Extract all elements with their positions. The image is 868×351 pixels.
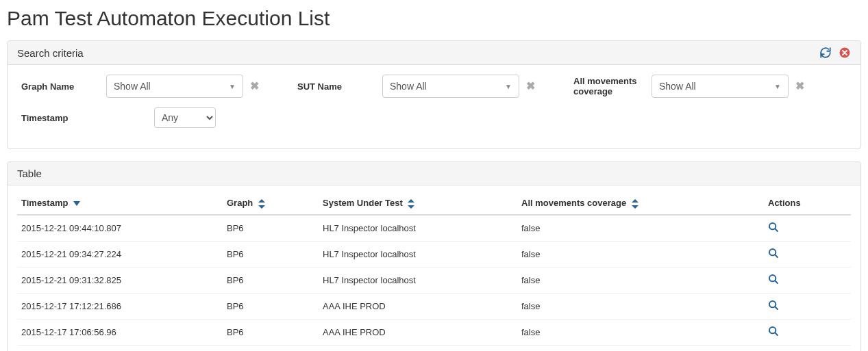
col-header-graph[interactable]: Graph bbox=[223, 192, 319, 215]
search-criteria-heading: Search criteria bbox=[8, 41, 860, 65]
cell-graph: BP6 bbox=[223, 267, 319, 293]
sort-desc-icon bbox=[73, 201, 80, 207]
cell-amc: false bbox=[517, 293, 764, 319]
cell-timestamp: 2015-12-17 16:56:50.538 bbox=[17, 345, 223, 351]
view-details-icon[interactable] bbox=[768, 274, 779, 285]
execution-table: Timestamp Graph bbox=[17, 192, 851, 351]
cell-sut: HL7 Inspector localhost bbox=[319, 267, 517, 293]
cell-amc: false bbox=[517, 267, 764, 293]
cell-timestamp: 2015-12-21 09:44:10.807 bbox=[17, 215, 223, 242]
cell-amc: false bbox=[517, 241, 764, 267]
cell-graph: BP6 bbox=[223, 215, 319, 242]
svg-marker-5 bbox=[408, 205, 414, 209]
graph-name-select-value: Show All bbox=[114, 81, 151, 92]
sut-name-select[interactable]: Show All ▼ bbox=[382, 75, 519, 98]
cell-actions bbox=[764, 345, 851, 351]
svg-marker-6 bbox=[632, 199, 638, 203]
svg-line-17 bbox=[775, 333, 778, 335]
table-row: 2015-12-17 16:56:50.538BP6AAA IHE PRODfa… bbox=[17, 345, 851, 351]
table-title: Table bbox=[17, 168, 42, 179]
cell-sut: AAA IHE PROD bbox=[319, 319, 517, 345]
table-row: 2015-12-17 17:06:56.96BP6AAA IHE PRODfal… bbox=[17, 319, 851, 345]
caret-down-icon: ▼ bbox=[505, 83, 512, 90]
cell-actions bbox=[764, 267, 851, 293]
timestamp-select[interactable]: Any bbox=[154, 107, 216, 128]
graph-name-label: Graph Name bbox=[17, 81, 106, 92]
cell-timestamp: 2015-12-21 09:34:27.224 bbox=[17, 241, 223, 267]
col-header-actions: Actions bbox=[764, 192, 851, 215]
col-header-amc[interactable]: All movements coverage bbox=[517, 192, 764, 215]
graph-name-clear-icon[interactable]: ✖ bbox=[250, 81, 259, 92]
refresh-icon[interactable] bbox=[819, 47, 832, 59]
amc-select-value: Show All bbox=[659, 81, 696, 92]
view-details-icon[interactable] bbox=[768, 248, 779, 259]
cell-graph: BP6 bbox=[223, 319, 319, 345]
reset-icon[interactable] bbox=[839, 47, 851, 59]
cell-graph: BP6 bbox=[223, 293, 319, 319]
sut-name-select-value: Show All bbox=[390, 81, 427, 92]
svg-marker-3 bbox=[258, 205, 265, 209]
sut-name-label: SUT Name bbox=[293, 81, 382, 92]
view-details-icon[interactable] bbox=[768, 326, 779, 337]
page-title: Pam Test Automaton Execution List bbox=[7, 7, 861, 30]
cell-graph: BP6 bbox=[223, 241, 319, 267]
amc-select[interactable]: Show All ▼ bbox=[652, 75, 789, 98]
table-row: 2015-12-21 09:44:10.807BP6HL7 Inspector … bbox=[17, 215, 851, 242]
cell-amc: false bbox=[517, 345, 764, 351]
svg-line-15 bbox=[775, 307, 778, 309]
table-row: 2015-12-21 09:34:27.224BP6HL7 Inspector … bbox=[17, 241, 851, 267]
sort-both-icon bbox=[258, 199, 265, 209]
cell-timestamp: 2015-12-21 09:31:32.825 bbox=[17, 267, 223, 293]
col-header-timestamp-label: Timestamp bbox=[21, 198, 68, 208]
col-header-sut[interactable]: System Under Test bbox=[319, 192, 517, 215]
graph-name-select[interactable]: Show All ▼ bbox=[106, 75, 243, 98]
svg-marker-7 bbox=[632, 205, 638, 209]
search-criteria-title: Search criteria bbox=[17, 47, 84, 59]
sort-both-icon bbox=[408, 199, 414, 209]
cell-graph: BP6 bbox=[223, 345, 319, 351]
svg-marker-2 bbox=[258, 199, 265, 203]
table-row: 2015-12-17 17:12:21.686BP6AAA IHE PRODfa… bbox=[17, 293, 851, 319]
svg-line-9 bbox=[775, 229, 778, 231]
cell-sut: HL7 Inspector localhost bbox=[319, 241, 517, 267]
amc-clear-icon[interactable]: ✖ bbox=[795, 81, 804, 92]
view-details-icon[interactable] bbox=[768, 222, 779, 233]
cell-actions bbox=[764, 215, 851, 242]
table-row: 2015-12-21 09:31:32.825BP6HL7 Inspector … bbox=[17, 267, 851, 293]
cell-sut: AAA IHE PROD bbox=[319, 345, 517, 351]
sort-both-icon bbox=[632, 199, 638, 209]
col-header-actions-label: Actions bbox=[768, 198, 801, 208]
col-header-timestamp[interactable]: Timestamp bbox=[17, 192, 223, 215]
cell-timestamp: 2015-12-17 17:06:56.96 bbox=[17, 319, 223, 345]
caret-down-icon: ▼ bbox=[774, 83, 781, 90]
table-heading: Table bbox=[8, 162, 860, 185]
cell-actions bbox=[764, 293, 851, 319]
cell-sut: HL7 Inspector localhost bbox=[319, 215, 517, 242]
caret-down-icon: ▼ bbox=[229, 83, 236, 90]
amc-label: All movements coverage bbox=[569, 76, 652, 96]
col-header-amc-label: All movements coverage bbox=[521, 198, 626, 208]
cell-actions bbox=[764, 319, 851, 345]
cell-sut: AAA IHE PROD bbox=[319, 293, 517, 319]
sut-name-clear-icon[interactable]: ✖ bbox=[526, 81, 535, 92]
cell-amc: false bbox=[517, 319, 764, 345]
table-panel: Table Timestamp Graph bbox=[7, 161, 861, 351]
col-header-sut-label: System Under Test bbox=[323, 198, 403, 208]
timestamp-label: Timestamp bbox=[17, 113, 154, 123]
view-details-icon[interactable] bbox=[768, 300, 779, 311]
cell-timestamp: 2015-12-17 17:12:21.686 bbox=[17, 293, 223, 319]
search-criteria-panel: Search criteria Graph Name bbox=[7, 40, 861, 149]
svg-line-13 bbox=[775, 281, 778, 283]
svg-marker-4 bbox=[408, 199, 414, 203]
svg-marker-1 bbox=[73, 201, 80, 206]
cell-actions bbox=[764, 241, 851, 267]
svg-line-11 bbox=[775, 255, 778, 257]
cell-amc: false bbox=[517, 215, 764, 242]
col-header-graph-label: Graph bbox=[227, 198, 253, 208]
